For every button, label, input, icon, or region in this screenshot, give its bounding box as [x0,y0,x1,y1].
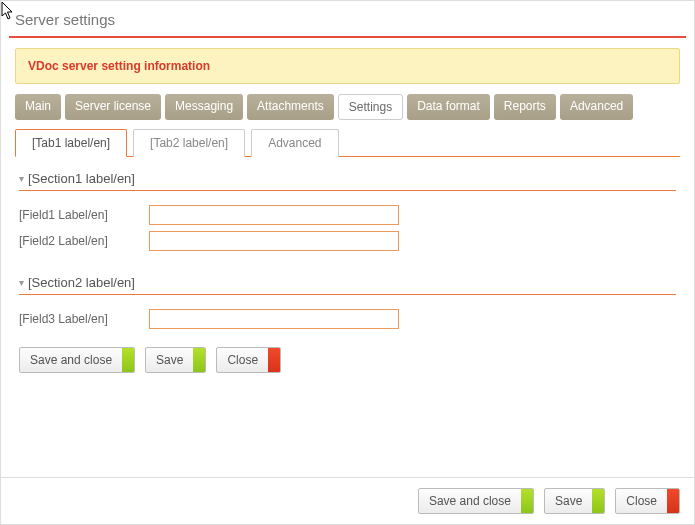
subtab-advanced[interactable]: Advanced [251,129,338,157]
button-label: Close [616,494,667,508]
accent-red-icon [268,348,280,372]
footer-close-button[interactable]: Close [615,488,680,514]
subtab-2[interactable]: [Tab2 label/en] [133,129,245,157]
field1-label: [Field1 Label/en] [19,208,149,222]
info-banner: VDoc server setting information [15,48,680,84]
sub-tabs: [Tab1 label/en] [Tab2 label/en] Advanced [15,128,680,157]
field3-input[interactable] [149,309,399,329]
chevron-down-icon: ▾ [19,277,24,288]
close-button[interactable]: Close [216,347,281,373]
tab-advanced[interactable]: Advanced [560,94,633,120]
button-label: Save [146,353,193,367]
field3-label: [Field3 Label/en] [19,312,149,326]
tab-main[interactable]: Main [15,94,61,120]
section1-title: [Section1 label/en] [28,171,135,186]
content-area: ▾ [Section1 label/en] [Field1 Label/en] … [1,157,694,477]
field1-input[interactable] [149,205,399,225]
tab-reports[interactable]: Reports [494,94,556,120]
footer-save-and-close-button[interactable]: Save and close [418,488,534,514]
title-divider [9,36,686,38]
page-title: Server settings [1,1,694,36]
accent-green-icon [521,489,533,513]
field-row: [Field1 Label/en] [19,205,676,225]
save-button[interactable]: Save [145,347,206,373]
content-button-row: Save and close Save Close [19,347,676,373]
chevron-down-icon: ▾ [19,173,24,184]
accent-green-icon [122,348,134,372]
tab-data-format[interactable]: Data format [407,94,490,120]
accent-green-icon [592,489,604,513]
accent-red-icon [667,489,679,513]
button-label: Save [545,494,592,508]
tab-server-license[interactable]: Server license [65,94,161,120]
footer-button-row: Save and close Save Close [1,477,694,524]
accent-green-icon [193,348,205,372]
field-row: [Field3 Label/en] [19,309,676,329]
main-tabs: Main Server license Messaging Attachment… [15,94,680,120]
field-row: [Field2 Label/en] [19,231,676,251]
subtab-1[interactable]: [Tab1 label/en] [15,129,127,157]
button-label: Close [217,353,268,367]
section2-title: [Section2 label/en] [28,275,135,290]
save-and-close-button[interactable]: Save and close [19,347,135,373]
field2-input[interactable] [149,231,399,251]
footer-save-button[interactable]: Save [544,488,605,514]
tab-messaging[interactable]: Messaging [165,94,243,120]
tab-attachments[interactable]: Attachments [247,94,334,120]
window-root: Server settings VDoc server setting info… [0,0,695,525]
section1-header[interactable]: ▾ [Section1 label/en] [19,171,676,191]
button-label: Save and close [20,353,122,367]
field2-label: [Field2 Label/en] [19,234,149,248]
section2-header[interactable]: ▾ [Section2 label/en] [19,275,676,295]
button-label: Save and close [419,494,521,508]
tab-settings[interactable]: Settings [338,94,403,120]
